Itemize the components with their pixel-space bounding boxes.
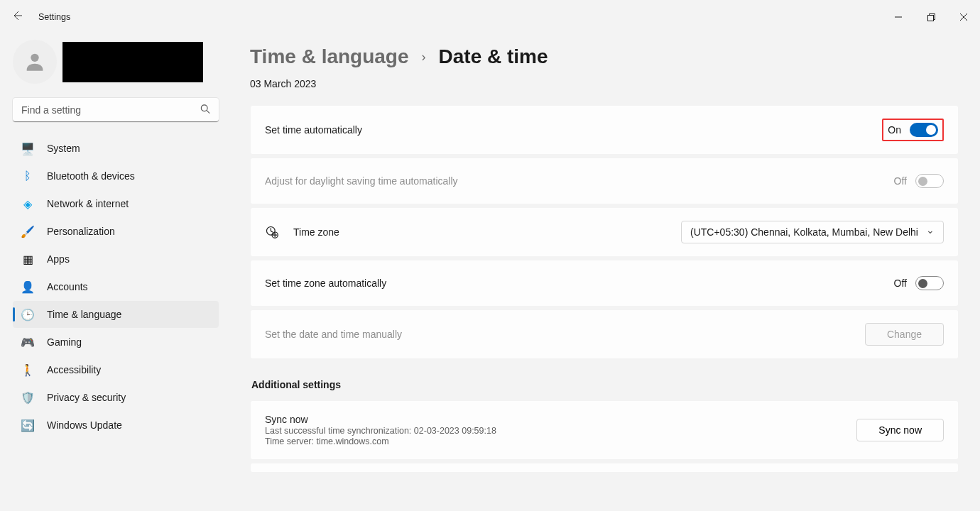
nav-bluetooth[interactable]: ᛒBluetooth & devices	[13, 163, 219, 189]
breadcrumb-current: Date & time	[439, 45, 548, 68]
setting-sync-now: Sync now Last successful time synchroniz…	[250, 400, 959, 460]
nav-label: Accessibility	[47, 364, 101, 375]
shield-icon: 🛡️	[21, 391, 34, 404]
setting-manual-time: Set the date and time manually Change	[250, 309, 959, 359]
minimize-button[interactable]	[882, 6, 915, 28]
nav-label: Windows Update	[47, 419, 122, 431]
clock-globe-icon: 🕒	[21, 308, 34, 321]
additional-settings-heading: Additional settings	[251, 379, 959, 390]
sync-now-button[interactable]: Sync now	[856, 419, 944, 441]
person-icon: 👤	[21, 280, 34, 293]
maximize-button[interactable]	[915, 6, 947, 28]
breadcrumb-parent[interactable]: Time & language	[250, 45, 409, 68]
toggle-state-label: On	[888, 124, 901, 136]
svg-rect-1	[927, 15, 933, 21]
setting-label: Adjust for daylight saving time automati…	[265, 175, 458, 187]
nav-gaming[interactable]: 🎮Gaming	[13, 329, 219, 356]
chevron-right-icon: ›	[422, 50, 426, 65]
wifi-icon: ◈	[21, 197, 34, 210]
timezone-select[interactable]: (UTC+05:30) Chennai, Kolkata, Mumbai, Ne…	[681, 221, 944, 243]
nav-label: Apps	[47, 253, 70, 265]
nav-list: 🖥️System ᛒBluetooth & devices ◈Network &…	[13, 135, 219, 439]
dst-toggle	[915, 174, 944, 188]
timezone-value: (UTC+05:30) Chennai, Kolkata, Mumbai, Ne…	[690, 226, 918, 238]
setting-timezone: Time zone (UTC+05:30) Chennai, Kolkata, …	[250, 207, 959, 257]
auto-timezone-toggle[interactable]	[915, 276, 944, 290]
svg-line-6	[207, 111, 209, 114]
sidebar: 🖥️System ᛒBluetooth & devices ◈Network &…	[0, 34, 227, 511]
nav-accessibility[interactable]: 🚶Accessibility	[13, 356, 219, 383]
setting-label: Time zone	[293, 226, 339, 238]
nav-label: Gaming	[47, 336, 82, 348]
nav-time-language[interactable]: 🕒Time & language	[13, 301, 219, 328]
nav-label: Privacy & security	[47, 392, 126, 403]
nav-privacy[interactable]: 🛡️Privacy & security	[13, 384, 219, 411]
apps-icon: ▦	[21, 253, 34, 265]
nav-label: Personalization	[47, 226, 115, 237]
setting-label: Set time zone automatically	[265, 278, 386, 289]
nav-windows-update[interactable]: 🔄Windows Update	[13, 412, 219, 439]
nav-label: Bluetooth & devices	[47, 170, 135, 182]
setting-auto-time: Set time automatically On	[250, 105, 959, 155]
timezone-icon	[265, 225, 279, 239]
search-icon	[200, 104, 210, 116]
back-button[interactable]	[11, 10, 23, 24]
svg-point-4	[31, 54, 38, 62]
sync-last: Last successful time synchronization: 02…	[265, 426, 496, 436]
setting-label: Set time automatically	[265, 124, 362, 136]
toggle-state-label: Off	[894, 175, 907, 187]
system-icon: 🖥️	[21, 142, 34, 155]
nav-label: Accounts	[47, 281, 88, 292]
nav-network[interactable]: ◈Network & internet	[13, 190, 219, 217]
app-title: Settings	[38, 12, 70, 22]
profile-name-redacted	[62, 42, 203, 82]
toggle-state-label: Off	[894, 278, 907, 289]
profile-block[interactable]	[13, 40, 219, 84]
nav-label: Network & internet	[47, 198, 129, 209]
avatar	[13, 40, 57, 84]
window-controls	[882, 6, 980, 28]
sync-server: Time server: time.windows.com	[265, 436, 496, 446]
main-content: Time & language › Date & time 03 March 2…	[227, 34, 980, 511]
nav-label: Time & language	[47, 309, 121, 320]
search-input[interactable]	[13, 98, 219, 122]
auto-time-toggle[interactable]	[910, 123, 938, 137]
close-button[interactable]	[947, 6, 980, 28]
nav-apps[interactable]: ▦Apps	[13, 246, 219, 273]
svg-point-5	[201, 105, 207, 111]
bluetooth-icon: ᛒ	[21, 170, 34, 182]
brush-icon: 🖌️	[21, 225, 34, 238]
nav-personalization[interactable]: 🖌️Personalization	[13, 218, 219, 245]
update-icon: 🔄	[21, 419, 34, 432]
highlight-annotation: On	[882, 119, 944, 141]
gamepad-icon: 🎮	[21, 336, 34, 348]
sync-title: Sync now	[265, 414, 496, 425]
setting-collapsed	[250, 463, 959, 473]
current-date: 03 March 2023	[250, 78, 959, 89]
change-button: Change	[865, 323, 944, 346]
nav-system[interactable]: 🖥️System	[13, 135, 219, 162]
breadcrumb: Time & language › Date & time	[250, 45, 959, 68]
setting-label: Set the date and time manually	[265, 329, 402, 340]
setting-auto-timezone: Set time zone automatically Off	[250, 260, 959, 307]
titlebar: Settings	[0, 0, 980, 34]
accessibility-icon: 🚶	[21, 363, 34, 376]
nav-accounts[interactable]: 👤Accounts	[13, 273, 219, 300]
setting-dst: Adjust for daylight saving time automati…	[250, 158, 959, 204]
nav-label: System	[47, 143, 80, 154]
